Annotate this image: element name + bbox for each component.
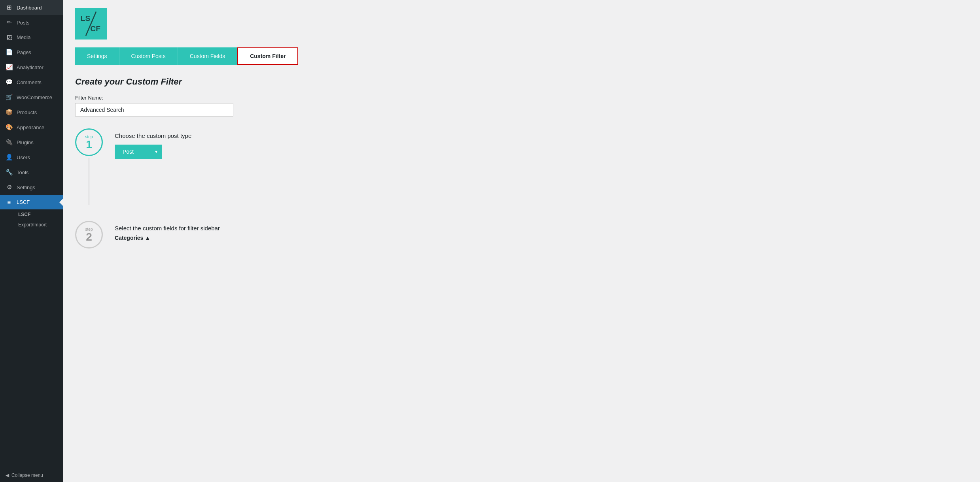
sidebar-item-label: Plugins bbox=[17, 139, 34, 145]
sidebar-item-label: Tools bbox=[17, 169, 28, 175]
step-1-number: 1 bbox=[86, 139, 92, 150]
filter-name-input[interactable] bbox=[75, 103, 233, 117]
sidebar-item-label: Products bbox=[17, 109, 37, 115]
sidebar-item-label: Media bbox=[17, 34, 30, 40]
plugins-icon: 🔌 bbox=[6, 139, 13, 146]
sidebar-sub-item-lscf-label[interactable]: LSCF bbox=[6, 209, 63, 220]
settings-icon: ⚙ bbox=[6, 184, 13, 191]
sidebar-item-media[interactable]: 🖼 Media bbox=[0, 30, 63, 45]
step-1-description: Choose the custom post type bbox=[115, 132, 191, 139]
step-1-row: step 1 Choose the custom post type Post … bbox=[75, 128, 968, 205]
sidebar-item-label: Analyticator bbox=[17, 64, 44, 70]
pages-icon: 📄 bbox=[6, 49, 13, 56]
svg-text:LS: LS bbox=[81, 14, 91, 23]
tab-custom-posts[interactable]: Custom Posts bbox=[119, 47, 178, 65]
sidebar-item-dashboard[interactable]: ⊞ Dashboard bbox=[0, 0, 63, 15]
post-type-select[interactable]: Post Page Product bbox=[115, 145, 162, 159]
comments-icon: 💬 bbox=[6, 79, 13, 86]
products-icon: 📦 bbox=[6, 109, 13, 116]
sidebar-item-settings[interactable]: ⚙ Settings bbox=[0, 180, 63, 195]
step-connector-1 bbox=[89, 158, 89, 205]
step-2-categories: Categories ▲ bbox=[115, 235, 220, 241]
users-icon: 👤 bbox=[6, 154, 13, 161]
posts-icon: ✏ bbox=[6, 19, 13, 26]
form-title: Create your Custom Filter bbox=[75, 77, 968, 87]
tab-custom-filter[interactable]: Custom Filter bbox=[237, 47, 298, 65]
lscf-icon: ≡ bbox=[6, 199, 13, 205]
sidebar-item-label: Settings bbox=[17, 185, 35, 190]
sidebar-sub-item-export-import[interactable]: Export/Import bbox=[6, 220, 63, 230]
active-indicator bbox=[59, 198, 63, 206]
sidebar-item-label: WooCommerce bbox=[17, 94, 52, 100]
sidebar-item-lscf[interactable]: ≡ LSCF bbox=[0, 195, 63, 209]
tab-custom-fields[interactable]: Custom Fields bbox=[178, 47, 237, 65]
filter-name-label: Filter Name: bbox=[75, 95, 968, 101]
sidebar-sub-lscf: LSCF Export/Import bbox=[0, 209, 63, 230]
sidebar-item-analyticator[interactable]: 📈 Analyticator bbox=[0, 60, 63, 75]
sidebar-item-label: LSCF bbox=[17, 199, 30, 205]
dashboard-icon: ⊞ bbox=[6, 4, 13, 11]
main-content: LS CF Settings Custom Posts Custom Field… bbox=[63, 0, 980, 482]
sidebar-item-pages[interactable]: 📄 Pages bbox=[0, 45, 63, 60]
step-1-circle: step 1 bbox=[75, 128, 103, 156]
collapse-menu-button[interactable]: ◀ Collapse menu bbox=[0, 469, 63, 482]
step-2-content: Select the custom fields for filter side… bbox=[115, 221, 220, 241]
media-icon: 🖼 bbox=[6, 34, 13, 41]
svg-text:CF: CF bbox=[90, 24, 100, 33]
step-2-circle: step 2 bbox=[75, 221, 103, 249]
sidebar-item-label: Dashboard bbox=[17, 5, 42, 11]
sidebar-item-woocommerce[interactable]: 🛒 WooCommerce bbox=[0, 90, 63, 105]
woocommerce-icon: 🛒 bbox=[6, 94, 13, 101]
filter-name-group: Filter Name: bbox=[75, 95, 968, 117]
sidebar-item-tools[interactable]: 🔧 Tools bbox=[0, 165, 63, 180]
sidebar: ⊞ Dashboard ✏ Posts 🖼 Media 📄 Pages 📈 An… bbox=[0, 0, 63, 482]
sidebar-item-label: Pages bbox=[17, 49, 31, 55]
tabs-container: Settings Custom Posts Custom Fields Cust… bbox=[75, 47, 968, 65]
sidebar-item-label: Comments bbox=[17, 79, 42, 85]
sidebar-item-products[interactable]: 📦 Products bbox=[0, 105, 63, 120]
step-2-row: step 2 Select the custom fields for filt… bbox=[75, 221, 968, 249]
sidebar-item-appearance[interactable]: 🎨 Appearance bbox=[0, 120, 63, 135]
analyticator-icon: 📈 bbox=[6, 64, 13, 71]
collapse-icon: ◀ bbox=[6, 473, 9, 478]
form-section: Create your Custom Filter Filter Name: s… bbox=[75, 77, 968, 249]
appearance-icon: 🎨 bbox=[6, 124, 13, 131]
sidebar-item-posts[interactable]: ✏ Posts bbox=[0, 15, 63, 30]
sidebar-item-comments[interactable]: 💬 Comments bbox=[0, 75, 63, 90]
step-2-number: 2 bbox=[86, 232, 92, 243]
plugin-logo: LS CF bbox=[75, 8, 107, 40]
sidebar-item-label: Posts bbox=[17, 20, 30, 26]
sidebar-item-users[interactable]: 👤 Users bbox=[0, 150, 63, 165]
post-type-select-wrapper: Post Page Product ▾ bbox=[115, 145, 162, 159]
sidebar-item-label: Appearance bbox=[17, 124, 44, 130]
steps-container: step 1 Choose the custom post type Post … bbox=[75, 128, 968, 249]
tools-icon: 🔧 bbox=[6, 169, 13, 176]
tab-settings[interactable]: Settings bbox=[75, 47, 119, 65]
step-2-description: Select the custom fields for filter side… bbox=[115, 225, 220, 232]
step-1-content: Choose the custom post type Post Page Pr… bbox=[115, 128, 191, 159]
sidebar-item-label: Users bbox=[17, 154, 30, 160]
sidebar-item-plugins[interactable]: 🔌 Plugins bbox=[0, 135, 63, 150]
